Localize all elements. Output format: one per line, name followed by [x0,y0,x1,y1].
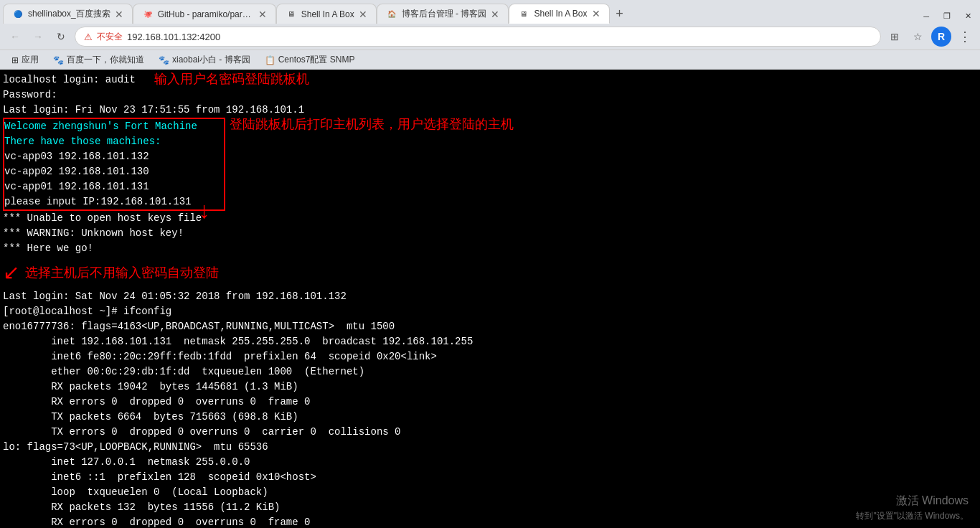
terminal-line-12: *** Unable to open host keys file [3,211,977,226]
bookmark-xiaobai-label: xiaobai小白 - 博客园 [172,54,250,66]
security-warning-icon: ⚠ [84,32,93,42]
address-bar: ← → ↻ ⚠ 不安全 192.168.101.132:4200 ⊞ ☆ R ⋮ [0,24,980,50]
tab2-title: GitHub - paramiko/paramik... [158,9,254,19]
tab3-title: Shell In A Box [301,9,354,19]
tab3-favicon: 🖥 [286,9,297,20]
terminal-line-11: please input IP:192.168.101.131 [4,194,224,209]
tab1-favicon: 🔵 [12,9,24,20]
tab4-title: 博客后台管理 - 博客园 [402,8,487,20]
terminal-line-17: [root@localhost ~]# ifconfig [3,304,977,319]
bookmarks-bar: ⊞ 应用 🐾 百度一下，你就知道 🐾 xiaobai小白 - 博客园 📋 Cen… [0,50,980,70]
tab5-close[interactable]: ✕ [592,8,600,19]
tab-2[interactable]: 🐙 GitHub - paramiko/paramik... ✕ [133,4,276,24]
tab1-title: shellinabox_百度搜索 [28,8,110,20]
terminal-line-14: *** Here we go! [3,241,977,256]
terminal-line-29: inet6 ::1 prefixlen 128 scopeid 0x10<hos… [3,470,977,485]
terminal-line-23: RX errors 0 dropped 0 overruns 0 frame 0 [3,395,977,410]
reload-button[interactable]: ↻ [52,27,70,46]
menu-button[interactable]: ⋮ [956,27,974,46]
red-box-section: Welcome zhengshun's Fort Machine There h… [3,118,225,211]
windows-activation: 激活 Windows 转到"设置"以激活 Windows。 [856,492,969,522]
annotation-1: 输入用户名密码登陆跳板机 [154,70,309,89]
bookmark-baidu[interactable]: 🐾 百度一下，你就知道 [47,52,150,67]
tab2-close[interactable]: ✕ [258,9,267,20]
terminal-line-22: RX packets 19042 bytes 1445681 (1.3 MiB) [3,380,977,395]
profile-avatar[interactable]: R [931,27,951,47]
terminal-line-9: vc-app01 192.168.101.131 [4,179,224,194]
terminal-line-25: TX errors 0 dropped 0 overruns 0 carrier… [3,425,977,440]
terminal-line-30: loop txqueuelen 0 (Local Loopback) [3,485,977,500]
terminal-line-2: Password: [3,88,977,103]
minimize-button[interactable]: ─ [918,9,935,24]
browser-chrome: 🔵 shellinabox_百度搜索 ✕ 🐙 GitHub - paramiko… [0,0,980,70]
bookmark-apps[interactable]: ⊞ 应用 [6,52,44,67]
activation-line1: 激活 Windows [856,492,969,509]
terminal-line-20: inet6 fe80::20c:29ff:fedb:1fdd prefixlen… [3,349,977,364]
bookmark-button[interactable]: ☆ [908,27,927,46]
tab-1[interactable]: 🔵 shellinabox_百度搜索 ✕ [3,4,133,24]
terminal-line-21: ether 00:0c:29:db:1f:dd txqueuelen 1000 … [3,364,977,380]
close-button[interactable]: ✕ [959,9,977,24]
arrow-down-icon: ↓ [197,195,211,230]
baidu-icon: 🐾 [53,55,64,65]
maximize-button[interactable]: ❒ [938,9,956,24]
bookmark-centos[interactable]: 📋 Centos7配置 SNMP [259,52,361,67]
terminal-line-16: Last login: Sat Nov 24 01:05:32 2018 fro… [3,289,977,304]
terminal-line-18: eno16777736: flags=4163<UP,BROADCAST,RUN… [3,319,977,334]
centos-icon: 📋 [265,55,275,65]
apps-icon: ⊞ [11,55,19,65]
security-label: 不安全 [97,31,123,43]
bookmark-xiaobai[interactable]: 🐾 xiaobai小白 - 博客园 [153,52,256,67]
terminal-line-4: Welcome zhengshun's Fort Machine [4,119,224,134]
xiaobai-icon: 🐾 [159,55,169,65]
terminal-line-8: vc-app02 192.168.101.130 [4,164,224,179]
annotation-3: ↙ 选择主机后不用输入密码自动登陆 [3,258,977,288]
tab-5[interactable]: 🖥 Shell In A Box ✕ [509,4,609,24]
terminal-line-19: inet 192.168.101.131 netmask 255.255.255… [3,334,977,349]
address-field[interactable]: ⚠ 不安全 192.168.101.132:4200 [75,27,881,47]
terminal-area[interactable]: localhost login: audit Password: Last lo… [0,70,980,528]
tab4-close[interactable]: ✕ [491,9,499,20]
terminal-line-24: TX packets 6664 bytes 715663 (698.8 KiB) [3,410,977,425]
tab5-title: Shell In A Box [534,9,587,19]
bookmark-apps-label: 应用 [22,54,39,66]
new-tab-button[interactable]: + [610,4,630,24]
tab-bar: 🔵 shellinabox_百度搜索 ✕ 🐙 GitHub - paramiko… [0,0,980,24]
bookmark-centos-label: Centos7配置 SNMP [278,54,355,66]
tab-4[interactable]: 🏠 博客后台管理 - 博客园 ✕ [377,4,509,24]
bookmark-baidu-label: 百度一下，你就知道 [67,54,144,66]
tab3-close[interactable]: ✕ [359,9,367,20]
terminal-line-27: lo: flags=73<UP,LOOPBACK,RUNNING> mtu 65… [3,440,977,455]
arrow-left-icon: ↙ [3,258,19,288]
terminal-line-32: RX errors 0 dropped 0 overruns 0 frame 0 [3,515,977,528]
activation-line2: 转到"设置"以激活 Windows。 [856,509,969,522]
annotation-2: 登陆跳板机后打印主机列表，用户选择登陆的主机 [230,115,514,134]
address-url: 192.168.101.132:4200 [127,32,220,42]
translate-button[interactable]: ⊞ [885,27,904,46]
window-controls: ─ ❒ ✕ [918,9,980,24]
tab5-favicon: 🖥 [518,8,529,19]
tab1-close[interactable]: ✕ [115,9,123,20]
terminal-line-1: localhost login: audit [3,72,977,88]
tab-3[interactable]: 🖥 Shell In A Box ✕ [276,4,377,24]
terminal-line-5: There have those machines: [4,134,224,149]
forward-button[interactable]: → [29,27,47,46]
tab4-favicon: 🏠 [386,9,397,20]
terminal-line-7: vc-app03 192.168.101.132 [4,149,224,164]
tab2-favicon: 🐙 [142,9,154,20]
terminal-line-31: RX packets 132 bytes 11556 (11.2 KiB) [3,500,977,515]
back-button[interactable]: ← [6,27,24,46]
terminal-line-13: *** WARNING: Unknown host key! [3,226,977,241]
terminal-line-28: inet 127.0.0.1 netmask 255.0.0.0 [3,455,977,470]
